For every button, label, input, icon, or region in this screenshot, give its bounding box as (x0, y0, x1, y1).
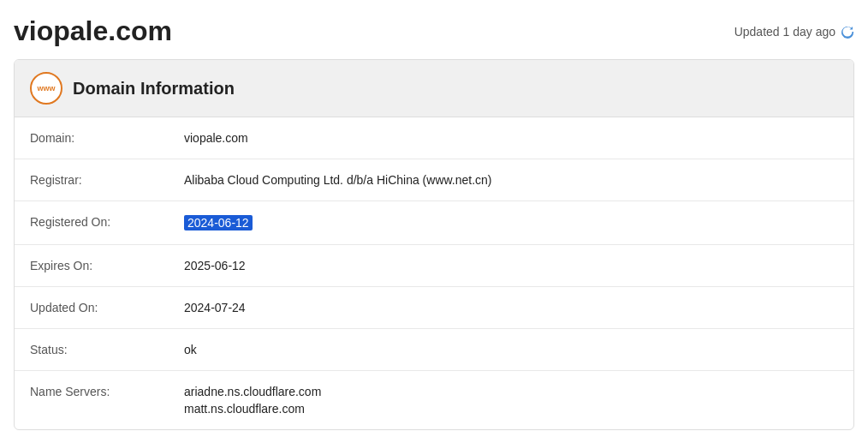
field-value: Alibaba Cloud Computing Ltd. d/b/a HiChi… (169, 159, 853, 201)
updated-text: Updated 1 day ago (734, 25, 835, 39)
name-servers-value: ariadne.ns.cloudflare.commatt.ns.cloudfl… (169, 371, 853, 430)
field-label: Registered On: (15, 201, 169, 245)
field-value: 2024-07-24 (169, 287, 853, 329)
info-table: Domain:viopale.comRegistrar:Alibaba Clou… (15, 117, 853, 429)
card-header: www Domain Information (15, 60, 853, 117)
table-row: Registrar:Alibaba Cloud Computing Ltd. d… (15, 159, 853, 201)
table-row: Registered On:2024-06-12 (15, 201, 853, 245)
field-label: Registrar: (15, 159, 169, 201)
field-label: Domain: (15, 117, 169, 159)
table-row: Updated On:2024-07-24 (15, 287, 853, 329)
field-label: Name Servers: (15, 371, 169, 430)
refresh-icon[interactable] (841, 25, 854, 39)
field-label: Status: (15, 329, 169, 371)
field-value[interactable]: 2024-06-12 (169, 201, 853, 245)
www-icon: www (30, 72, 62, 105)
field-value: 2025-06-12 (169, 245, 853, 287)
table-row: Name Servers:ariadne.ns.cloudflare.comma… (15, 371, 853, 430)
field-value: viopale.com (169, 117, 853, 159)
updated-info: Updated 1 day ago (734, 25, 854, 39)
name-server-entry: ariadne.ns.cloudflare.com (184, 385, 838, 398)
table-row: Status:ok (15, 329, 853, 371)
field-label: Updated On: (15, 287, 169, 329)
domain-info-card: www Domain Information Domain:viopale.co… (14, 59, 854, 430)
table-row: Expires On:2025-06-12 (15, 245, 853, 287)
domain-title: viopale.com (14, 15, 172, 47)
card-title: Domain Information (73, 79, 235, 99)
field-label: Expires On: (15, 245, 169, 287)
page-header: viopale.com Updated 1 day ago (14, 9, 854, 59)
field-value: ok (169, 329, 853, 371)
name-server-entry: matt.ns.cloudflare.com (184, 402, 838, 416)
table-row: Domain:viopale.com (15, 117, 853, 159)
